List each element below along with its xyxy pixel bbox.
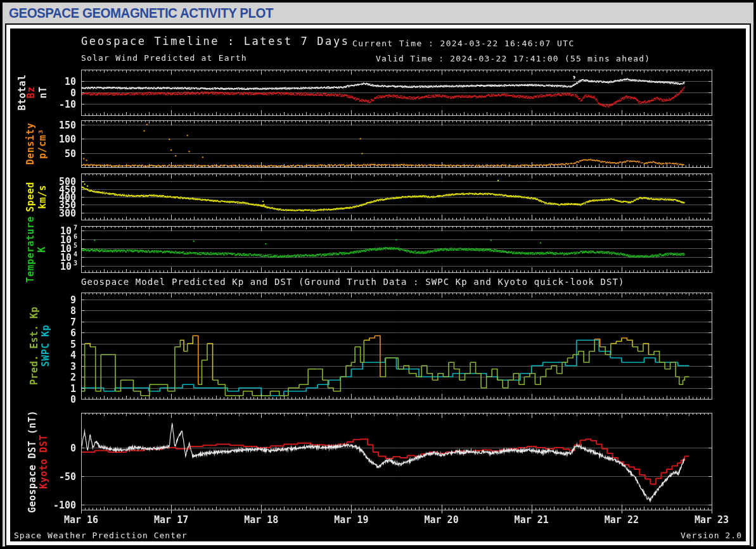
y-axis-label-dst-1: Kyoto DST	[38, 434, 49, 489]
valid-time: Valid Time : 2024-03-22 17:41:00 (55 min…	[376, 54, 650, 63]
y-axis-label-kp-0: Pred. Est. Kp	[29, 306, 40, 385]
y-axis-label-density-1: p/cm³	[37, 129, 48, 159]
y-axis-label-solar-wind-b-2: nT	[37, 86, 49, 98]
current-time: Current Time : 2024-03-22 16:46:07 UTC	[352, 39, 575, 48]
y-axis-label-solar-wind-b-1: Bz	[25, 86, 37, 98]
geospace-activity-page: GEOSPACE GEOMAGNETIC ACTIVITY PLOT Geosp…	[0, 0, 756, 549]
footer-source: Space Weather Prediction Center	[14, 531, 188, 540]
geospace-plot: Geospace Timeline : Latest 7 Days Curren…	[10, 28, 746, 541]
y-axis-label-temperature-1: K	[36, 246, 48, 253]
page-title: GEOSPACE GEOMAGNETIC ACTIVITY PLOT	[9, 5, 273, 22]
y-axis-label-speed-1: km/s	[37, 184, 48, 208]
y-axis-label-temperature-0: Temperature	[25, 216, 36, 282]
solar-wind-subtitle: Solar Wind Predicted at Earth	[81, 53, 247, 63]
y-axis-label-dst-0: Geospace DST (nT)	[27, 410, 38, 512]
y-axis-label-density-0: Density	[25, 123, 36, 165]
footer-version: Version 2.0	[681, 531, 742, 540]
kp-section-title: Geospace Model Predicted Kp and DST (Gro…	[81, 277, 625, 287]
y-axis-label-speed-0: Speed	[25, 182, 36, 212]
plot-frame: Geospace Timeline : Latest 7 Days Curren…	[5, 23, 751, 546]
plot-title: Geospace Timeline : Latest 7 Days	[81, 35, 350, 47]
y-axis-label-kp-1: SWPC Kp	[40, 325, 51, 367]
